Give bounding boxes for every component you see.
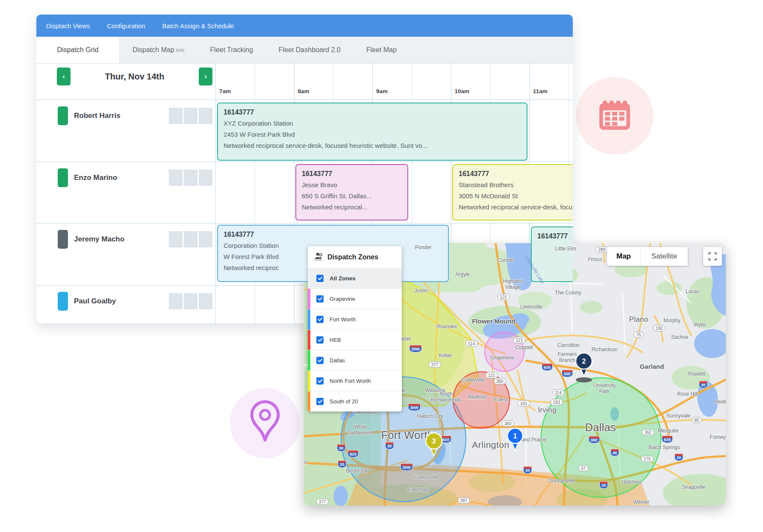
tab-label: Fleet Tracking (210, 46, 253, 54)
event-card[interactable]: 16143777Jesse Bravo650 S Griffin St, Dal… (295, 164, 408, 220)
road-shield-75: 75 (633, 332, 643, 338)
grid-line (215, 63, 216, 323)
map-label-north-richland-hills: North Richland Hills (431, 391, 462, 403)
satellite-button[interactable]: Satellite (640, 247, 688, 266)
svg-text:1: 1 (513, 432, 517, 440)
map-label-balch-springs: Balch Springs (648, 445, 680, 451)
map-button[interactable]: Map (607, 247, 640, 266)
fullscreen-button[interactable] (703, 247, 722, 266)
map-label-forney: Forney (710, 435, 725, 441)
road-shield-20: 20 (523, 466, 532, 474)
road-shield-30: 30 (385, 442, 394, 450)
resource-tag (58, 292, 68, 311)
event-card[interactable]: 16143777XYZ Corporation Station2453 W Fo… (217, 103, 527, 161)
road-shield-121: 121 (513, 337, 526, 344)
tab-dispatch-map[interactable]: Dispatch Mapbeta (120, 37, 197, 63)
road-shield-35w: 35W (400, 463, 413, 471)
zone-color-stripe (308, 330, 310, 350)
dispatch-zones-icon (314, 252, 323, 263)
map-label-rowlett: Rowlett (688, 371, 705, 377)
dispatch-map[interactable]: PonderCorinthLittle ElmFriscoAllenLucasT… (304, 243, 726, 506)
map-label-lucas: Lucas (686, 289, 699, 295)
zone-item-fort-worth[interactable]: Fort Worth (308, 309, 402, 330)
event-card[interactable]: 16143777Stanstead Brothers3005 N McDonal… (452, 164, 573, 220)
menu-item-batch-assign-schedule[interactable]: Batch Assign & Schedule (162, 22, 234, 29)
map-label-plano: Plano (629, 315, 648, 324)
road-shield-30: 30 (699, 381, 708, 388)
road-shield-377: 377 (316, 499, 329, 505)
road-shield-114: 114 (552, 390, 564, 396)
event-detail: 3005 N McDonald St (459, 191, 573, 202)
zone-checkbox[interactable] (316, 398, 324, 405)
road-shield-635: 635 (662, 435, 673, 443)
tab-fleet-map[interactable]: Fleet Map (354, 37, 409, 63)
event-id: 16143777 (459, 168, 573, 179)
map-label-sunnyvale: Sunnyvale (666, 413, 690, 419)
road-shield-20: 20 (599, 481, 608, 489)
calendar-icon (596, 97, 633, 135)
map-label-haltom-city: Haltom City (417, 414, 443, 420)
prev-day-button[interactable]: ‹ (57, 68, 71, 85)
slot-chip (199, 108, 212, 124)
map-label-wylie: Wylie (693, 322, 706, 328)
resource-tag (58, 106, 68, 125)
map-marker-1[interactable]: 1 (505, 426, 525, 459)
slot-chip (199, 231, 212, 247)
zone-checkbox[interactable] (316, 377, 324, 385)
map-label-hutchins: Hutchins (622, 479, 642, 485)
time-label-7am: 7am (219, 88, 231, 94)
road-shield-45: 45 (610, 449, 619, 456)
road-shield-35e: 35E (562, 370, 573, 377)
road-shield-289: 289 (596, 247, 608, 253)
dispatch-zones-panel: Dispatch Zones All ZonesGrapevineFort Wo… (308, 246, 402, 411)
map-label-flower-mound: Flower Mound (472, 317, 516, 325)
tab-bar: Dispatch GridDispatch MapbetaFleet Track… (36, 37, 573, 64)
zone-item-dallas[interactable]: Dallas (308, 350, 402, 371)
slot-chip (169, 170, 183, 186)
map-marker-2[interactable]: 2 (574, 351, 594, 384)
location-pin-icon (247, 400, 283, 446)
zone-checkbox[interactable] (316, 295, 324, 303)
map-label-carrollton: Carrollton (557, 343, 580, 349)
map-label-murphy: Murphy (663, 318, 681, 324)
menu-item-disptach-views[interactable]: Disptach Views (46, 22, 90, 29)
map-label-arlington: Arlington (472, 440, 509, 450)
zone-label: South of 20 (330, 398, 358, 405)
zone-checkbox[interactable] (316, 275, 324, 282)
zone-checkbox[interactable] (316, 336, 324, 344)
map-label-little-elm: Little Elm (555, 246, 576, 252)
slot-chip (184, 231, 197, 247)
map-label-university-park: University Park (593, 383, 616, 395)
event-id: 16143777 (224, 107, 521, 118)
zone-item-heb[interactable]: HEB (308, 330, 402, 350)
map-label-ponder: Ponder (415, 245, 432, 251)
next-day-button[interactable]: › (199, 68, 212, 85)
grid-header: ‹ Thur, Nov 14th › 7am8am9am10am11am (36, 63, 573, 100)
slot-chip (169, 231, 183, 247)
map-marker-3[interactable]: 3 (424, 431, 444, 464)
tab-fleet-tracking[interactable]: Fleet Tracking (197, 37, 265, 63)
road-shield-35w: 35W (409, 345, 422, 353)
tab-dispatch-grid[interactable]: Dispatch Grid (36, 37, 120, 63)
time-label-8am: 8am (298, 88, 309, 94)
map-label-duncanville: Duncanville (548, 478, 575, 484)
zone-checkbox[interactable] (316, 316, 324, 323)
slot-chip (184, 293, 197, 309)
zone-item-all-zones[interactable]: All Zones (308, 268, 402, 289)
zone-label: Grapevine (330, 296, 355, 302)
tab-fleet-dashboard-2-0[interactable]: Fleet Dashboard 2.0 (266, 37, 354, 63)
menu-item-configuration[interactable]: Configuration (107, 22, 145, 29)
road-shield-377: 377 (429, 362, 441, 368)
resource-name: Jeremy Macho (74, 235, 124, 244)
map-label-richardson: Richardson (592, 347, 618, 353)
zone-checkbox[interactable] (316, 357, 324, 364)
event-detail: Jesse Bravo (302, 179, 402, 191)
road-shield-190: 190 (653, 325, 666, 332)
map-label-everman: Everman (408, 487, 429, 493)
zone-item-south-of-20[interactable]: South of 20 (308, 391, 402, 411)
zone-item-north-fort-worth[interactable]: North Fort Worth (308, 371, 402, 391)
map-label-wilmer: Wilmer (633, 500, 649, 506)
road-shield-161: 161 (518, 400, 530, 407)
zone-item-grapevine[interactable]: Grapevine (308, 289, 402, 309)
tab-label: Fleet Map (366, 46, 397, 54)
